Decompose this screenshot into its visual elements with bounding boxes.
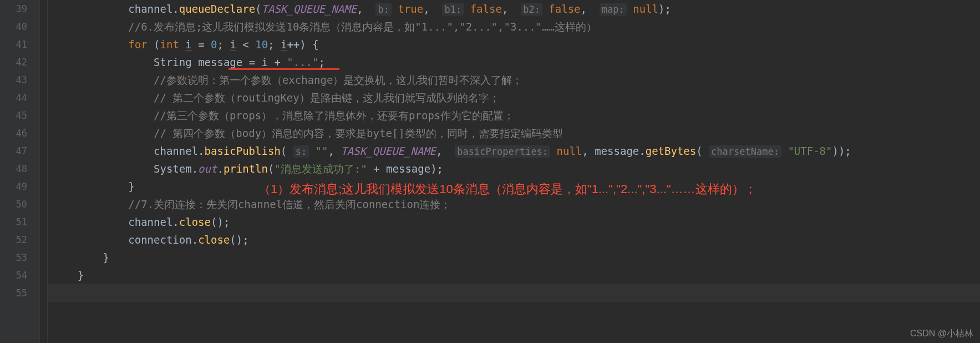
code-line[interactable]: //7.关闭连接：先关闭channel信道，然后关闭connection连接； — [48, 195, 980, 213]
code-line[interactable] — [48, 284, 980, 302]
annotation-text: （1）发布消息;这儿我们模拟发送10条消息（消息内容是，如"1...","2..… — [258, 181, 756, 198]
line-number[interactable]: 47 — [0, 142, 39, 160]
code-text-area[interactable]: channel.queueDeclare(TASK_QUEUE_NAME, b:… — [48, 0, 980, 343]
error-underline — [229, 68, 339, 70]
code-line[interactable]: } — [48, 249, 980, 266]
code-line[interactable]: //参数说明：第一个参数（exchange）是交换机，这儿我们暂时不深入了解； — [48, 71, 980, 89]
code-line[interactable]: // 第四个参数（body）消息的内容，要求是byte[]类型的，同时，需要指定… — [48, 124, 980, 142]
code-line[interactable]: channel.basicPublish( s: "", TASK_QUEUE_… — [48, 142, 980, 160]
line-number[interactable]: 55 — [0, 284, 39, 302]
line-number[interactable]: 52 — [0, 231, 39, 249]
code-line[interactable]: System.out.println("消息发送成功了:" + message)… — [48, 160, 980, 178]
line-number[interactable]: 42 — [0, 53, 39, 71]
code-line[interactable]: // 第二个参数（routingKey）是路由键，这儿我们就写成队列的名字； — [48, 89, 980, 107]
code-line[interactable]: connection.close(); — [48, 231, 980, 249]
line-number[interactable]: 48 — [0, 160, 39, 178]
code-line[interactable]: //第三个参数（props），消息除了消息体外，还要有props作为它的配置； — [48, 107, 980, 124]
line-number[interactable]: 51 — [0, 213, 39, 231]
line-number[interactable]: 53 — [0, 249, 39, 266]
line-number[interactable]: 44 — [0, 89, 39, 107]
code-line[interactable]: channel.close(); — [48, 213, 980, 231]
code-line[interactable]: String message = i + "..."; — [48, 53, 980, 71]
line-number[interactable]: 41 — [0, 36, 39, 53]
code-line[interactable]: for (int i = 0; i < 10; i++) { — [48, 36, 980, 53]
line-number[interactable]: 39 — [0, 0, 39, 18]
line-number[interactable]: 50 — [0, 195, 39, 213]
line-number[interactable]: 46 — [0, 124, 39, 142]
code-editor: 39 40 41 42 43 44 45 46 47 48 49 50 51 5… — [0, 0, 980, 343]
code-line[interactable]: } — [48, 266, 980, 284]
code-line[interactable]: //6.发布消息;这儿我们模拟发送10条消息（消息内容是，如"1...","2.… — [48, 18, 980, 36]
line-number[interactable]: 43 — [0, 71, 39, 89]
code-line[interactable]: channel.queueDeclare(TASK_QUEUE_NAME, b:… — [48, 0, 980, 18]
line-number[interactable]: 40 — [0, 18, 39, 36]
line-number[interactable]: 49 — [0, 178, 39, 195]
line-number[interactable]: 45 — [0, 107, 39, 124]
watermark-text: CSDN @小桔林 — [910, 328, 973, 340]
fold-column[interactable] — [40, 0, 48, 343]
line-number-gutter[interactable]: 39 40 41 42 43 44 45 46 47 48 49 50 51 5… — [0, 0, 40, 343]
line-number[interactable]: 54 — [0, 266, 39, 284]
